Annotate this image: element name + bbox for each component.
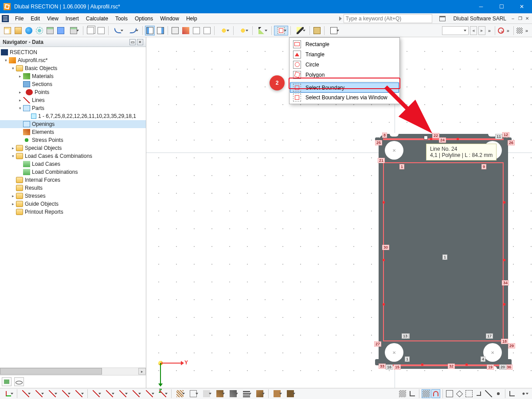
prev-view[interactable]: ◄ <box>470 26 477 35</box>
overflow-2[interactable]: » <box>507 28 509 33</box>
shape-tool-drop[interactable] <box>274 26 288 35</box>
tree-lc-comb[interactable]: ▾Load Cases & Combinations <box>0 152 146 160</box>
bb-s5[interactable] <box>227 389 239 398</box>
layout-icon[interactable] <box>439 16 446 21</box>
bb-axis[interactable] <box>2 389 15 398</box>
wand-drop[interactable] <box>255 26 269 35</box>
bb-last[interactable] <box>517 389 530 398</box>
tree-root[interactable]: RSECTION <box>0 48 146 56</box>
navigator-close[interactable]: ✕ <box>137 39 143 45</box>
panel-left-btn[interactable] <box>145 26 155 35</box>
pen-drop[interactable] <box>293 26 307 35</box>
menu-tools[interactable]: Tools <box>112 15 131 23</box>
copy-button[interactable] <box>86 26 95 35</box>
close-button[interactable]: ✕ <box>512 0 532 13</box>
tree-elements[interactable]: Elements <box>0 128 146 136</box>
web-button[interactable] <box>24 26 34 35</box>
app-menu-icon[interactable] <box>2 15 9 22</box>
undo-button[interactable] <box>111 26 125 35</box>
minimize-button[interactable]: ─ <box>471 0 491 13</box>
quick-search[interactable] <box>339 14 432 23</box>
bb-line-4[interactable] <box>59 389 72 398</box>
menu-calculate[interactable]: Calculate <box>82 15 112 23</box>
dd-rectangle[interactable]: Rectangle <box>290 39 399 49</box>
mdi-minimize[interactable]: – <box>510 16 516 22</box>
print-drop[interactable] <box>66 26 81 35</box>
navigator-tree[interactable]: RSECTION ▾Aluprofil.rsc* ▾Basic Objects … <box>0 47 146 368</box>
bb-s4[interactable] <box>214 389 226 398</box>
maximize-button[interactable]: ☐ <box>491 0 512 13</box>
menu-file[interactable]: File <box>12 15 27 23</box>
grid-icon[interactable] <box>516 27 523 34</box>
selection-handle[interactable] <box>424 136 428 140</box>
bb-c2[interactable] <box>103 389 116 398</box>
tree-guide-objects[interactable]: ▸Guide Objects <box>0 200 146 208</box>
bb-s3[interactable] <box>200 389 213 398</box>
tree-points[interactable]: ▸Points <box>0 88 146 96</box>
next-view[interactable]: ► <box>478 26 485 35</box>
bug-icon[interactable] <box>498 27 504 34</box>
mdi-close[interactable]: ✕ <box>524 16 530 22</box>
bb-magnet[interactable] <box>431 389 440 398</box>
settings-button[interactable] <box>35 26 44 35</box>
panel-right-btn[interactable] <box>156 26 165 35</box>
tree-internal-forces[interactable]: Internal Forces <box>0 176 146 184</box>
tree-lines[interactable]: ▸Lines <box>0 96 146 104</box>
bb-snap-l[interactable] <box>408 389 417 398</box>
menu-view[interactable]: View <box>43 15 62 23</box>
tree-printout[interactable]: Printout Reports <box>0 208 146 216</box>
new-button[interactable] <box>3 26 12 35</box>
view-drop[interactable] <box>327 26 341 35</box>
bb-sq6[interactable] <box>494 389 503 398</box>
bb-s2[interactable] <box>187 389 200 398</box>
tree-materials[interactable]: ▸Materials <box>0 72 146 80</box>
tree-special-objects[interactable]: ▸Special Objects <box>0 144 146 152</box>
bb-c1[interactable] <box>90 389 102 398</box>
star-drop-2[interactable] <box>236 26 250 35</box>
tree-stress-points[interactable]: Stress Points <box>0 136 146 144</box>
bb-sq4[interactable] <box>474 389 483 398</box>
bb-s6[interactable] <box>240 389 253 398</box>
star-drop-1[interactable] <box>217 26 231 35</box>
bb-c3[interactable] <box>117 389 129 398</box>
menu-edit[interactable]: Edit <box>27 15 43 23</box>
menu-help[interactable]: Help <box>183 15 201 23</box>
overflow-3[interactable]: » <box>525 28 528 33</box>
report-btn[interactable] <box>202 26 212 35</box>
bb-c6[interactable] <box>156 389 169 398</box>
menu-insert[interactable]: Insert <box>62 15 82 23</box>
search-input[interactable] <box>344 14 432 23</box>
bb-s9[interactable] <box>284 389 297 398</box>
tree-openings[interactable]: Openings <box>0 120 146 128</box>
dd-triangle[interactable]: Triangle <box>290 49 399 59</box>
overflow-1[interactable]: » <box>488 28 491 33</box>
bb-c4[interactable] <box>130 389 142 398</box>
dd-select-boundary-window[interactable]: Select Boundary Lines via Window <box>290 92 399 102</box>
navigator-h-scroll[interactable]: ▸ <box>0 368 146 375</box>
navigator-float[interactable]: ▭ <box>129 39 136 45</box>
scroll-right[interactable]: ▸ <box>138 368 146 375</box>
bb-s8[interactable] <box>271 389 283 398</box>
doc-button[interactable] <box>96 26 106 35</box>
tree-basic-objects[interactable]: ▾Basic Objects <box>0 64 146 72</box>
bb-sq3[interactable] <box>465 389 473 398</box>
script-btn[interactable] <box>192 26 201 35</box>
dd-circle[interactable]: Circle <box>290 59 399 70</box>
print-button[interactable] <box>45 26 55 35</box>
bb-sq1[interactable] <box>445 389 454 398</box>
bb-line-3[interactable] <box>46 389 59 398</box>
tree-parts-list[interactable]: 1 - 6,7,25,8,22,12,26,11,10,23,35,29,18,… <box>0 112 146 120</box>
bb-grid-on[interactable] <box>422 389 430 398</box>
menu-options[interactable]: Options <box>131 15 156 23</box>
run-btn[interactable] <box>181 26 191 35</box>
tree-stresses[interactable]: ▸Stresses <box>0 192 146 200</box>
nav-btn-1[interactable] <box>2 377 12 386</box>
tree-parts[interactable]: ▾Parts <box>0 104 146 112</box>
bb-line-1[interactable] <box>20 389 32 398</box>
open-button[interactable] <box>13 26 23 35</box>
mdi-restore[interactable]: ❐ <box>517 16 523 22</box>
calc-btn[interactable] <box>170 26 180 35</box>
bb-s7[interactable] <box>254 389 266 398</box>
bb-line-5[interactable] <box>73 389 85 398</box>
scroll-thumb[interactable] <box>0 368 102 375</box>
